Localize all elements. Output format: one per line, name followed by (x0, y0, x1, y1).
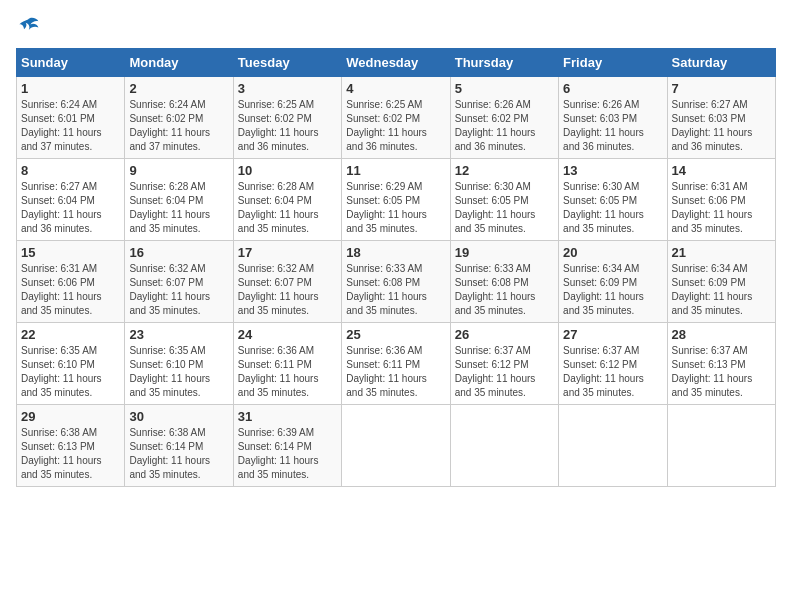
day-number: 22 (21, 327, 120, 342)
day-info: Sunrise: 6:28 AMSunset: 6:04 PMDaylight:… (238, 181, 319, 234)
header-wednesday: Wednesday (342, 49, 450, 77)
day-info: Sunrise: 6:32 AMSunset: 6:07 PMDaylight:… (129, 263, 210, 316)
header-friday: Friday (559, 49, 667, 77)
calendar-cell: 5Sunrise: 6:26 AMSunset: 6:02 PMDaylight… (450, 77, 558, 159)
day-info: Sunrise: 6:26 AMSunset: 6:03 PMDaylight:… (563, 99, 644, 152)
day-number: 13 (563, 163, 662, 178)
day-number: 19 (455, 245, 554, 260)
day-number: 11 (346, 163, 445, 178)
day-info: Sunrise: 6:36 AMSunset: 6:11 PMDaylight:… (238, 345, 319, 398)
header-monday: Monday (125, 49, 233, 77)
calendar-cell: 7Sunrise: 6:27 AMSunset: 6:03 PMDaylight… (667, 77, 775, 159)
logo (16, 16, 44, 40)
week-row-3: 15Sunrise: 6:31 AMSunset: 6:06 PMDayligh… (17, 241, 776, 323)
day-number: 10 (238, 163, 337, 178)
day-info: Sunrise: 6:27 AMSunset: 6:03 PMDaylight:… (672, 99, 753, 152)
page-header (16, 16, 776, 40)
day-info: Sunrise: 6:24 AMSunset: 6:01 PMDaylight:… (21, 99, 102, 152)
calendar-cell: 9Sunrise: 6:28 AMSunset: 6:04 PMDaylight… (125, 159, 233, 241)
day-number: 14 (672, 163, 771, 178)
day-number: 24 (238, 327, 337, 342)
calendar-cell: 10Sunrise: 6:28 AMSunset: 6:04 PMDayligh… (233, 159, 341, 241)
day-number: 30 (129, 409, 228, 424)
calendar-cell: 28Sunrise: 6:37 AMSunset: 6:13 PMDayligh… (667, 323, 775, 405)
day-number: 31 (238, 409, 337, 424)
day-info: Sunrise: 6:25 AMSunset: 6:02 PMDaylight:… (346, 99, 427, 152)
day-number: 3 (238, 81, 337, 96)
calendar-cell: 4Sunrise: 6:25 AMSunset: 6:02 PMDaylight… (342, 77, 450, 159)
week-row-2: 8Sunrise: 6:27 AMSunset: 6:04 PMDaylight… (17, 159, 776, 241)
calendar-cell: 20Sunrise: 6:34 AMSunset: 6:09 PMDayligh… (559, 241, 667, 323)
calendar-cell: 8Sunrise: 6:27 AMSunset: 6:04 PMDaylight… (17, 159, 125, 241)
calendar-cell: 26Sunrise: 6:37 AMSunset: 6:12 PMDayligh… (450, 323, 558, 405)
day-number: 9 (129, 163, 228, 178)
calendar-cell (667, 405, 775, 487)
day-number: 6 (563, 81, 662, 96)
day-info: Sunrise: 6:36 AMSunset: 6:11 PMDaylight:… (346, 345, 427, 398)
day-info: Sunrise: 6:37 AMSunset: 6:13 PMDaylight:… (672, 345, 753, 398)
day-number: 23 (129, 327, 228, 342)
week-row-5: 29Sunrise: 6:38 AMSunset: 6:13 PMDayligh… (17, 405, 776, 487)
day-number: 15 (21, 245, 120, 260)
day-info: Sunrise: 6:32 AMSunset: 6:07 PMDaylight:… (238, 263, 319, 316)
calendar-cell: 3Sunrise: 6:25 AMSunset: 6:02 PMDaylight… (233, 77, 341, 159)
week-row-1: 1Sunrise: 6:24 AMSunset: 6:01 PMDaylight… (17, 77, 776, 159)
calendar-cell: 11Sunrise: 6:29 AMSunset: 6:05 PMDayligh… (342, 159, 450, 241)
calendar-cell: 15Sunrise: 6:31 AMSunset: 6:06 PMDayligh… (17, 241, 125, 323)
calendar-cell: 23Sunrise: 6:35 AMSunset: 6:10 PMDayligh… (125, 323, 233, 405)
day-info: Sunrise: 6:35 AMSunset: 6:10 PMDaylight:… (21, 345, 102, 398)
calendar-cell: 29Sunrise: 6:38 AMSunset: 6:13 PMDayligh… (17, 405, 125, 487)
day-number: 4 (346, 81, 445, 96)
day-info: Sunrise: 6:26 AMSunset: 6:02 PMDaylight:… (455, 99, 536, 152)
day-number: 5 (455, 81, 554, 96)
calendar-cell (559, 405, 667, 487)
day-info: Sunrise: 6:33 AMSunset: 6:08 PMDaylight:… (346, 263, 427, 316)
day-number: 29 (21, 409, 120, 424)
day-info: Sunrise: 6:39 AMSunset: 6:14 PMDaylight:… (238, 427, 319, 480)
logo-bird-icon (16, 16, 40, 36)
calendar-cell: 17Sunrise: 6:32 AMSunset: 6:07 PMDayligh… (233, 241, 341, 323)
day-info: Sunrise: 6:35 AMSunset: 6:10 PMDaylight:… (129, 345, 210, 398)
day-info: Sunrise: 6:31 AMSunset: 6:06 PMDaylight:… (672, 181, 753, 234)
day-number: 20 (563, 245, 662, 260)
header-saturday: Saturday (667, 49, 775, 77)
day-number: 16 (129, 245, 228, 260)
day-info: Sunrise: 6:30 AMSunset: 6:05 PMDaylight:… (563, 181, 644, 234)
day-info: Sunrise: 6:38 AMSunset: 6:14 PMDaylight:… (129, 427, 210, 480)
day-info: Sunrise: 6:29 AMSunset: 6:05 PMDaylight:… (346, 181, 427, 234)
day-info: Sunrise: 6:37 AMSunset: 6:12 PMDaylight:… (563, 345, 644, 398)
day-info: Sunrise: 6:28 AMSunset: 6:04 PMDaylight:… (129, 181, 210, 234)
week-row-4: 22Sunrise: 6:35 AMSunset: 6:10 PMDayligh… (17, 323, 776, 405)
header-sunday: Sunday (17, 49, 125, 77)
header-tuesday: Tuesday (233, 49, 341, 77)
day-info: Sunrise: 6:24 AMSunset: 6:02 PMDaylight:… (129, 99, 210, 152)
calendar-cell: 16Sunrise: 6:32 AMSunset: 6:07 PMDayligh… (125, 241, 233, 323)
calendar-cell: 2Sunrise: 6:24 AMSunset: 6:02 PMDaylight… (125, 77, 233, 159)
day-number: 21 (672, 245, 771, 260)
day-number: 2 (129, 81, 228, 96)
calendar-cell: 25Sunrise: 6:36 AMSunset: 6:11 PMDayligh… (342, 323, 450, 405)
day-info: Sunrise: 6:33 AMSunset: 6:08 PMDaylight:… (455, 263, 536, 316)
day-info: Sunrise: 6:25 AMSunset: 6:02 PMDaylight:… (238, 99, 319, 152)
calendar-cell: 24Sunrise: 6:36 AMSunset: 6:11 PMDayligh… (233, 323, 341, 405)
day-info: Sunrise: 6:34 AMSunset: 6:09 PMDaylight:… (672, 263, 753, 316)
calendar-cell: 27Sunrise: 6:37 AMSunset: 6:12 PMDayligh… (559, 323, 667, 405)
calendar-cell: 19Sunrise: 6:33 AMSunset: 6:08 PMDayligh… (450, 241, 558, 323)
day-number: 26 (455, 327, 554, 342)
calendar-cell (342, 405, 450, 487)
day-info: Sunrise: 6:30 AMSunset: 6:05 PMDaylight:… (455, 181, 536, 234)
day-info: Sunrise: 6:34 AMSunset: 6:09 PMDaylight:… (563, 263, 644, 316)
day-number: 1 (21, 81, 120, 96)
calendar-cell (450, 405, 558, 487)
calendar-cell: 14Sunrise: 6:31 AMSunset: 6:06 PMDayligh… (667, 159, 775, 241)
calendar-cell: 21Sunrise: 6:34 AMSunset: 6:09 PMDayligh… (667, 241, 775, 323)
day-info: Sunrise: 6:27 AMSunset: 6:04 PMDaylight:… (21, 181, 102, 234)
calendar-table: SundayMondayTuesdayWednesdayThursdayFrid… (16, 48, 776, 487)
day-number: 12 (455, 163, 554, 178)
calendar-cell: 1Sunrise: 6:24 AMSunset: 6:01 PMDaylight… (17, 77, 125, 159)
calendar-cell: 12Sunrise: 6:30 AMSunset: 6:05 PMDayligh… (450, 159, 558, 241)
header-thursday: Thursday (450, 49, 558, 77)
day-info: Sunrise: 6:37 AMSunset: 6:12 PMDaylight:… (455, 345, 536, 398)
day-info: Sunrise: 6:31 AMSunset: 6:06 PMDaylight:… (21, 263, 102, 316)
calendar-cell: 13Sunrise: 6:30 AMSunset: 6:05 PMDayligh… (559, 159, 667, 241)
